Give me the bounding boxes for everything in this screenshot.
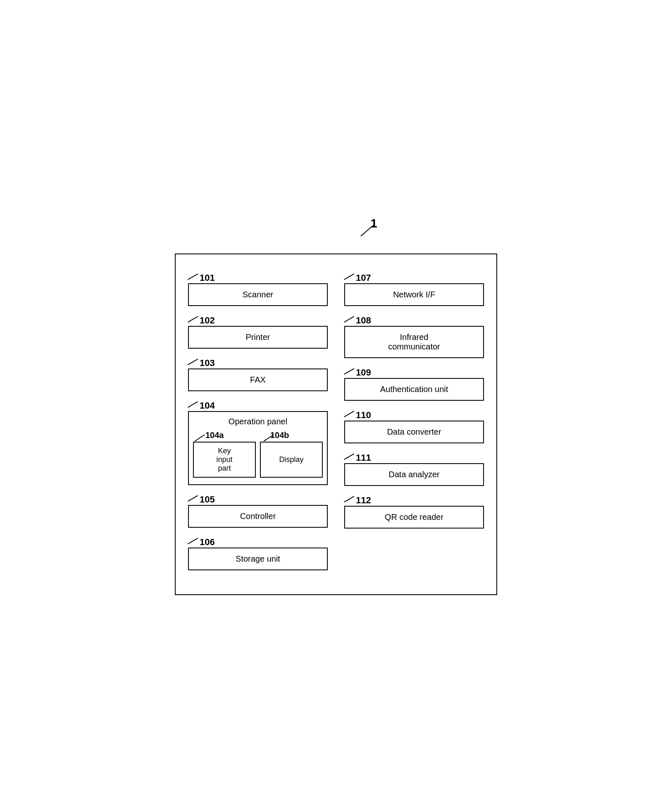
op-panel-box: Operation panel 104a	[188, 411, 328, 485]
op-panel-number: 104	[200, 401, 215, 410]
infrared-number-line	[344, 316, 354, 323]
printer-number: 102	[200, 316, 215, 325]
auth-label: Authentication unit	[380, 385, 448, 394]
printer-number-line	[188, 316, 198, 323]
auth-number-line	[344, 368, 354, 375]
data-analyzer-number: 111	[356, 453, 371, 462]
data-converter-block: 110 Data converter	[344, 408, 484, 443]
storage-label: Storage unit	[236, 554, 280, 564]
scanner-number: 101	[200, 273, 215, 282]
data-analyzer-box: Data analyzer	[344, 463, 484, 486]
display-box: Display	[260, 442, 323, 478]
outer-box: 101 Scanner 102 Printer	[175, 254, 497, 595]
qr-code-label: QR code reader	[385, 512, 443, 522]
controller-box: Controller	[188, 505, 328, 528]
controller-label: Controller	[240, 512, 276, 521]
scanner-box: Scanner	[188, 283, 328, 306]
svg-line-2	[264, 435, 274, 441]
printer-block: 102 Printer	[188, 313, 328, 349]
storage-number: 106	[200, 538, 215, 547]
data-analyzer-number-line	[344, 453, 354, 460]
network-block: 107 Network I/F	[344, 271, 484, 306]
op-panel-block: 104 Operation panel 104a	[188, 399, 328, 485]
storage-number-line	[188, 538, 198, 544]
network-label: Network I/F	[393, 290, 435, 299]
storage-box: Storage unit	[188, 548, 328, 570]
op-panel-sub-row: Key input part Display	[193, 442, 323, 478]
svg-line-1	[195, 435, 205, 441]
infrared-box: Infrared communicator	[344, 326, 484, 358]
op-panel-title: Operation panel	[193, 417, 323, 426]
network-number: 107	[356, 273, 371, 282]
fax-number-line	[188, 359, 198, 365]
data-converter-number: 110	[356, 411, 371, 420]
data-converter-number-line	[344, 411, 354, 417]
data-converter-box: Data converter	[344, 421, 484, 443]
key-input-number: 104a	[205, 431, 224, 440]
auth-number: 109	[356, 368, 371, 377]
auth-box: Authentication unit	[344, 378, 484, 401]
scanner-label: Scanner	[243, 290, 274, 299]
scanner-block: 101 Scanner	[188, 271, 328, 306]
display-label: Display	[279, 455, 303, 464]
fax-label: FAX	[250, 375, 266, 385]
fax-number: 103	[200, 359, 215, 368]
columns: 101 Scanner 102 Printer	[188, 271, 484, 578]
qr-code-number: 112	[356, 496, 371, 505]
data-analyzer-label: Data analyzer	[388, 470, 439, 479]
network-number-line	[344, 273, 354, 280]
storage-block: 106 Storage unit	[188, 535, 328, 570]
printer-label: Printer	[246, 333, 270, 342]
fax-block: 103 FAX	[188, 356, 328, 391]
infrared-block: 108 Infrared communicator	[344, 313, 484, 358]
key-input-box: Key input part	[193, 442, 256, 478]
qr-code-block: 112 QR code reader	[344, 493, 484, 529]
fax-box: FAX	[188, 368, 328, 391]
left-column: 101 Scanner 102 Printer	[188, 271, 328, 578]
controller-number-line	[188, 495, 198, 502]
svg-line-0	[361, 225, 373, 236]
data-analyzer-block: 111 Data analyzer	[344, 451, 484, 486]
auth-block: 109 Authentication unit	[344, 366, 484, 401]
infrared-label: Infrared communicator	[388, 333, 440, 352]
controller-block: 105 Controller	[188, 493, 328, 528]
printer-box: Printer	[188, 326, 328, 349]
qr-code-box: QR code reader	[344, 506, 484, 529]
controller-number: 105	[200, 495, 215, 504]
qr-code-number-line	[344, 496, 354, 502]
right-column: 107 Network I/F 108 Infrared communicato…	[344, 271, 484, 578]
infrared-number: 108	[356, 316, 371, 325]
diagram-wrapper: 1 101 Scanner	[175, 216, 497, 595]
data-converter-label: Data converter	[387, 427, 441, 437]
scanner-number-line	[188, 273, 198, 280]
key-input-label: Key input part	[216, 447, 232, 473]
network-box: Network I/F	[344, 283, 484, 306]
op-panel-number-line	[188, 401, 198, 408]
